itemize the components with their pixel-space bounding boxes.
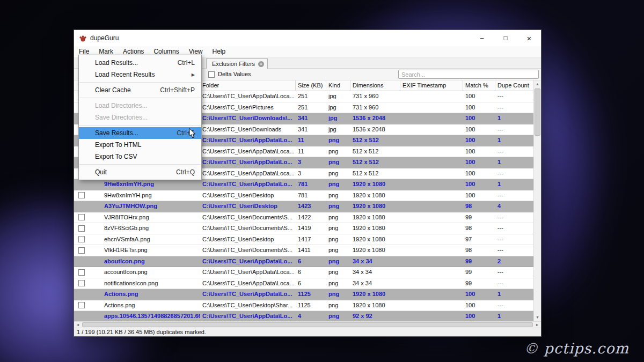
menu-help[interactable]: Help (208, 46, 231, 57)
vertical-scrollbar[interactable]: ▲ ▼ (533, 80, 541, 321)
cell-exif (400, 278, 463, 289)
maximize-button[interactable]: □ (494, 30, 517, 46)
cell-filename: accountIcon.png (74, 267, 200, 278)
table-row[interactable]: Actions.pngC:\Users\TC_User\AppData\Lo..… (74, 289, 533, 300)
cell-dims: 1920 x 1080 (350, 190, 400, 201)
cell-kind: png (326, 278, 350, 289)
menu-item-export-to-html[interactable]: Export To HTML (79, 139, 201, 151)
table-row[interactable]: ehcnVSmfaA.pngC:\Users\TC_User\Desktop14… (74, 234, 533, 246)
table-row[interactable]: 8zVF6SciGb.pngC:\Users\TC_User\Documents… (74, 223, 533, 234)
cell-filename: 9Hw8xnImYH.png (74, 179, 200, 190)
scroll-left-icon[interactable]: ◄ (74, 322, 82, 328)
cell-match: 99 (463, 267, 495, 278)
cell-folder: C:\Users\TC_User\Pictures (200, 102, 296, 113)
menu-item-label: Save Directories... (95, 114, 195, 121)
horizontal-scrollbar[interactable]: ◄ ► (74, 321, 541, 328)
table-row[interactable]: 9Hw8xnImYH.pngC:\Users\TC_User\AppData\L… (74, 179, 533, 190)
menu-item-save-directories[interactable]: Save Directories... (79, 112, 201, 123)
menu-item-label: Load Recent Results (95, 71, 186, 78)
menu-separator (79, 98, 201, 98)
cell-folder: C:\Users\TC_User\AppData\Lo... (200, 157, 296, 168)
cell-exif (400, 201, 463, 212)
table-row[interactable]: notificationsIcon.pngC:\Users\TC_User\Ap… (74, 278, 533, 290)
cell-dims: 1920 x 1080 (350, 245, 400, 256)
cell-folder: C:\Users\TC_User\AppData\Lo... (200, 135, 296, 146)
row-checkbox[interactable] (78, 247, 85, 254)
delta-values-label: Delta Values (218, 71, 251, 77)
cell-dims: 512 x 512 (350, 168, 400, 179)
column-header-match[interactable]: Match % (463, 80, 495, 91)
table-row[interactable]: accountIcon.pngC:\Users\TC_User\AppData\… (74, 267, 533, 278)
cell-exif (400, 124, 463, 135)
cell-kind: png (326, 157, 350, 168)
menu-item-load-recent-results[interactable]: Load Recent Results▶ (79, 69, 201, 80)
menu-item-load-results[interactable]: Load Results...Ctrl+L (79, 57, 201, 69)
table-row[interactable]: Actions.pngC:\Users\TC_User\Desktop\Shar… (74, 300, 533, 312)
cell-match: 100 (463, 179, 495, 190)
table-row[interactable]: apps.10546.13571498826857201.66...C:\Use… (74, 311, 533, 321)
cell-kind: png (326, 168, 350, 179)
cell-exif (400, 146, 463, 157)
menu-item-load-directories[interactable]: Load Directories... (79, 100, 201, 112)
cell-dims: 1920 x 1080 (350, 201, 400, 212)
row-checkbox[interactable] (78, 225, 85, 232)
cell-dims: 512 x 512 (350, 157, 400, 168)
column-header-size[interactable]: Size (KB) (296, 80, 326, 91)
cell-exif (400, 102, 463, 113)
cell-dupe: --- (495, 267, 533, 278)
column-header-exif[interactable]: EXIF Timestamp (400, 80, 463, 91)
scroll-up-icon[interactable]: ▲ (534, 80, 541, 88)
cell-size: 3 (296, 168, 326, 179)
cell-kind: png (326, 245, 350, 256)
cell-folder: C:\Users\TC_User\AppData\Loca... (200, 91, 296, 102)
minimize-button[interactable]: – (470, 30, 494, 46)
cell-exif (400, 91, 463, 102)
cell-size: 251 (296, 102, 326, 113)
column-header-kind[interactable]: Kind (326, 80, 350, 91)
row-checkbox[interactable] (78, 236, 85, 242)
vertical-scrollbar-thumb[interactable] (535, 88, 540, 136)
row-checkbox[interactable] (78, 269, 85, 276)
horizontal-scrollbar-thumb[interactable] (82, 322, 533, 327)
table-row[interactable]: VJR8ITOHrx.pngC:\Users\TC_User\Documents… (74, 212, 533, 224)
search-input[interactable] (398, 70, 539, 79)
dupeguru-window: dupeGuru – □ × FileMarkActionsColumnsVie… (74, 29, 541, 337)
row-checkbox[interactable] (78, 192, 85, 198)
menu-item-clear-cache[interactable]: Clear CacheCtrl+Shift+P (79, 84, 201, 96)
cell-kind: png (326, 234, 350, 245)
cell-match: 100 (463, 124, 495, 135)
close-button[interactable]: × (517, 30, 541, 46)
menu-item-label: Load Results... (95, 59, 170, 67)
cell-dupe: 1 (495, 311, 533, 321)
cell-dupe: --- (495, 245, 533, 256)
column-header-folder[interactable]: Folder (200, 80, 296, 91)
cell-match: 100 (463, 102, 495, 113)
scroll-right-icon[interactable]: ► (533, 322, 541, 328)
title-bar[interactable]: dupeGuru – □ × (74, 30, 541, 46)
cell-match: 100 (463, 135, 495, 146)
cell-dupe: 1 (495, 135, 533, 146)
row-checkbox[interactable] (78, 280, 85, 286)
menu-item-quit[interactable]: QuitCtrl+Q (79, 166, 201, 178)
cell-exif (400, 289, 463, 300)
cell-match: 100 (463, 113, 495, 124)
column-header-dupe[interactable]: Dupe Count (495, 80, 533, 91)
cell-folder: C:\Users\TC_User\AppData\Lo... (200, 256, 296, 267)
table-row[interactable]: VfkH1RETsr.pngC:\Users\TC_User\Documents… (74, 245, 533, 256)
scroll-down-icon[interactable]: ▼ (534, 314, 541, 321)
menu-item-save-results[interactable]: Save Results...Ctrl+S (79, 127, 201, 139)
menu-item-export-to-csv[interactable]: Export To CSV (79, 151, 201, 162)
table-row[interactable]: aboutIcon.pngC:\Users\TC_User\AppData\Lo… (74, 256, 533, 268)
cell-dims: 1920 x 1080 (350, 212, 400, 223)
row-checkbox[interactable] (78, 302, 85, 308)
table-row[interactable]: A3YuJTMHOW.pngC:\Users\TC_User\Desktop14… (74, 201, 533, 212)
row-checkbox[interactable] (78, 214, 85, 220)
tab-exclusion-filters[interactable]: Exclusion Filters × (206, 58, 268, 69)
cell-kind: png (326, 256, 350, 267)
tab-close-icon[interactable]: × (258, 61, 264, 67)
cell-dupe: --- (495, 168, 533, 179)
column-header-dims[interactable]: Dimensions (350, 80, 400, 91)
table-row[interactable]: 9Hw8xnImYH.pngC:\Users\TC_User\Desktop78… (74, 190, 533, 202)
delta-values-checkbox[interactable] (208, 71, 215, 78)
cell-dupe: --- (495, 234, 533, 245)
